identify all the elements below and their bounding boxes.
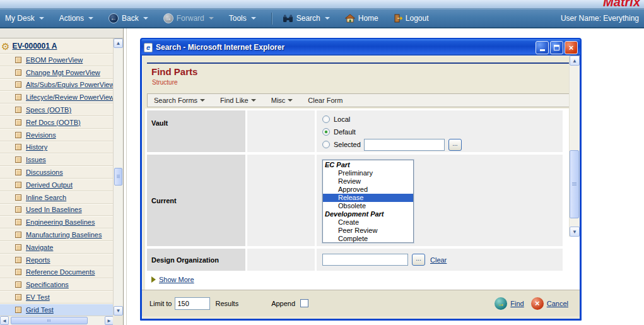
sidebar-link[interactable]: Alts/Subs/Equivs PowerView	[26, 81, 113, 88]
append-checkbox[interactable]	[300, 299, 308, 307]
listbox-option[interactable]: Preliminary	[323, 169, 413, 177]
sidebar-item-lifecycle-review-powerview[interactable]: Lifecycle/Review PowerView	[0, 91, 113, 103]
close-button[interactable]: ×	[565, 41, 578, 54]
scrollbar-down-button[interactable]: ▼	[114, 306, 123, 316]
cancel-icon[interactable]: ×	[531, 297, 544, 310]
sidebar-horizontal-scrollbar[interactable]: ◄ ►	[0, 316, 114, 325]
sidebar-link[interactable]: History	[26, 143, 47, 151]
sidebar-item-discussions[interactable]: Discussions	[0, 166, 113, 179]
limit-input[interactable]	[175, 297, 210, 310]
sidebar-link[interactable]: EV Test	[26, 293, 50, 301]
sidebar-link[interactable]: EV-000001 A	[12, 42, 57, 50]
scrollbar-thumb[interactable]	[11, 317, 88, 324]
sidebar-item-alts-subs-equivs-powerview[interactable]: Alts/Subs/Equivs PowerView	[0, 79, 113, 92]
design-organization-picker-button[interactable]: ...	[412, 254, 425, 266]
listbox-option[interactable]: Approved	[323, 186, 413, 194]
scrollbar-left-button[interactable]: ◄	[0, 316, 9, 325]
toolbar-separator	[271, 13, 272, 25]
sidebar-item-reference-documents[interactable]: Reference Documents	[0, 266, 113, 279]
sidebar-item-history[interactable]: History	[0, 141, 113, 154]
current-listbox[interactable]: EC PartPreliminaryReviewApprovedReleaseO…	[322, 160, 414, 243]
listbox-option[interactable]: Obsolete	[323, 202, 413, 210]
sidebar-link[interactable]: Ref Docs (OOTB)	[26, 119, 81, 126]
menu-find-like[interactable]: Find Like	[220, 97, 256, 104]
find-icon[interactable]: →	[495, 297, 507, 310]
design-organization-input[interactable]	[322, 254, 408, 266]
forward-button[interactable]: → Forward	[163, 13, 214, 23]
menu-my-desk[interactable]: My Desk	[5, 14, 44, 23]
menu-clear-form[interactable]: Clear Form	[308, 97, 342, 104]
menu-search-forms[interactable]: Search Forms	[154, 97, 205, 104]
sidebar-item-ebom-powerview[interactable]: EBOM PowerView	[0, 54, 113, 66]
listbox-option[interactable]: Review	[323, 177, 413, 186]
show-more[interactable]: Show More	[151, 276, 580, 283]
maximize-button[interactable]	[550, 41, 563, 54]
sidebar-link[interactable]: Navigate	[26, 244, 53, 251]
sidebar-item-specifications[interactable]: Specifications	[0, 278, 113, 291]
sidebar-item-issues[interactable]: Issues	[0, 153, 113, 166]
sidebar-vertical-scrollbar[interactable]: ▲ ▼	[113, 38, 123, 316]
listbox-option[interactable]: Release	[323, 194, 413, 202]
scrollbar-up-button[interactable]: ▲	[570, 56, 580, 66]
vault-local-radio[interactable]	[322, 115, 330, 123]
clear-link[interactable]: Clear	[430, 256, 447, 264]
scrollbar-up-button[interactable]: ▲	[114, 38, 123, 48]
back-button[interactable]: ← Back	[108, 13, 148, 23]
sidebar-link[interactable]: Lifecycle/Review PowerView	[26, 93, 113, 101]
sidebar-link[interactable]: Issues	[26, 156, 46, 163]
scrollbar-down-button[interactable]: ▼	[570, 227, 580, 237]
sidebar-item-ref-docs-ootb[interactable]: Ref Docs (OOTB)	[0, 116, 113, 129]
vault-selected-input[interactable]	[364, 139, 445, 151]
menu-search[interactable]: Search	[283, 14, 330, 23]
sidebar-item-grid-test[interactable]: Grid Test	[0, 304, 113, 316]
scrollbar-thumb[interactable]	[570, 150, 579, 218]
menu-actions[interactable]: Actions	[59, 14, 93, 23]
sidebar-link[interactable]: Used In Baselines	[26, 206, 82, 213]
sidebar-link[interactable]: Derived Output	[26, 181, 73, 189]
sidebar-item-ev-000001-a[interactable]: ⚙EV-000001 A	[0, 38, 113, 54]
sidebar-item-revisions[interactable]: Revisions	[0, 129, 113, 141]
scrollbar-thumb[interactable]	[114, 168, 122, 186]
listbox-option[interactable]: Create	[323, 218, 413, 227]
menu-tools[interactable]: Tools	[229, 14, 256, 23]
close-icon: ×	[569, 44, 574, 52]
sidebar-item-reports[interactable]: Reports	[0, 254, 113, 266]
home-button[interactable]: Home	[345, 14, 378, 23]
sidebar-item-inline-search[interactable]: Inline Search	[0, 191, 113, 204]
sidebar-item-ev-test[interactable]: EV Test	[0, 291, 113, 304]
sidebar-link[interactable]: Discussions	[26, 168, 63, 176]
form-vertical-scrollbar[interactable]: ▲ ▼	[569, 56, 580, 237]
sidebar-link[interactable]: EBOM PowerView	[26, 56, 83, 64]
sidebar-item-manufacturing-baselines[interactable]: Manufacturing Baselines	[0, 228, 113, 241]
minimize-button[interactable]	[536, 41, 549, 54]
vault-default-radio[interactable]	[322, 128, 330, 136]
sidebar-link[interactable]: Revisions	[26, 131, 56, 139]
menu-misc[interactable]: Misc	[271, 97, 293, 104]
cancel-link[interactable]: Cancel	[547, 300, 568, 307]
sidebar-item-engineering-baselines[interactable]: Engineering Baselines	[0, 216, 113, 228]
sidebar-item-navigate[interactable]: Navigate	[0, 241, 113, 254]
show-more-link[interactable]: Show More	[159, 276, 194, 283]
vault-picker-button[interactable]: ...	[448, 139, 462, 151]
vault-selected-radio[interactable]	[322, 141, 330, 148]
sidebar-header-strip	[0, 28, 123, 38]
scrollbar-right-button[interactable]: ►	[105, 316, 114, 325]
sidebar-item-derived-output[interactable]: Derived Output	[0, 179, 113, 191]
logout-button[interactable]: Logout	[394, 14, 429, 23]
sidebar-link[interactable]: Change Mgt PowerView	[26, 69, 100, 76]
sidebar-link[interactable]: Specifications	[26, 281, 69, 288]
sidebar-link[interactable]: Engineering Baselines	[26, 218, 95, 226]
find-link[interactable]: Find	[510, 300, 524, 307]
sidebar-link[interactable]: Manufacturing Baselines	[26, 231, 102, 239]
sidebar-item-change-mgt-powerview[interactable]: Change Mgt PowerView	[0, 66, 113, 79]
sidebar-link[interactable]: Specs (OOTB)	[26, 106, 71, 114]
sidebar-item-specs-ootb[interactable]: Specs (OOTB)	[0, 103, 113, 116]
sidebar-link[interactable]: Reports	[26, 256, 50, 264]
sidebar-link[interactable]: Grid Test	[26, 306, 54, 314]
listbox-option[interactable]: Complete	[323, 235, 413, 243]
sidebar-link[interactable]: Inline Search	[26, 194, 66, 201]
popup-titlebar[interactable]: e Search - Microsoft Internet Explorer ×	[141, 39, 580, 56]
sidebar-link[interactable]: Reference Documents	[26, 268, 95, 276]
listbox-option[interactable]: Peer Review	[323, 227, 413, 235]
sidebar-item-used-in-baselines[interactable]: Used In Baselines	[0, 204, 113, 216]
